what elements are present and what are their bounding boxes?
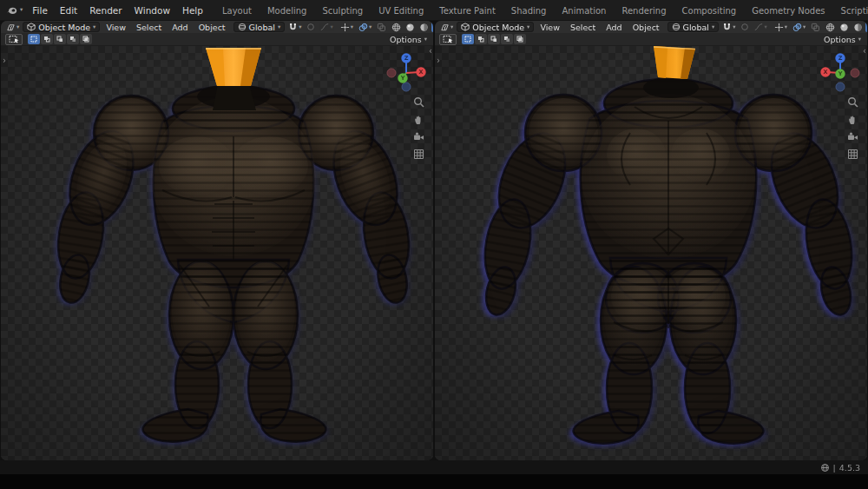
menu-edit[interactable]: Edit [54,5,83,16]
model-back[interactable] [435,46,867,460]
tab-rendering[interactable]: Rendering [614,3,674,20]
shading-rendered-button[interactable] [865,22,867,32]
box-select-icon [443,35,454,44]
blender-menu-button[interactable]: ▾ [0,4,26,17]
tab-compositing[interactable]: Compositing [674,3,745,20]
select-mode-extend-button[interactable] [41,34,53,44]
blender-version: 4.5.3 [839,463,860,472]
menu-help[interactable]: Help [176,5,209,16]
tab-layout[interactable]: Layout [214,3,260,20]
solid-sphere-icon [839,23,849,32]
shading-wireframe-button[interactable] [390,22,403,32]
shading-wireframe-button[interactable] [824,22,837,32]
select-mode-intersect-button[interactable] [80,34,92,44]
network-globe-icon[interactable] [820,463,830,472]
navigation-gizmo[interactable]: Z X Y [819,50,861,92]
orthographic-grid-icon[interactable] [847,149,858,160]
menu-render[interactable]: Render [83,5,128,16]
chevron-down-icon: ▾ [424,36,427,43]
falloff-dropdown[interactable]: ▾ [753,23,768,31]
viewport-canvas-front[interactable]: › ‹ [1,46,433,460]
xray-toggle[interactable] [375,23,388,32]
tab-animation[interactable]: Animation [554,3,614,20]
pan-hand-icon[interactable] [413,114,424,125]
menu-view[interactable]: View [536,23,564,32]
menu-object[interactable]: Object [194,23,230,32]
proportional-editing-toggle[interactable] [305,23,317,31]
magnet-icon [722,23,732,32]
snapping-toggle[interactable]: ▾ [720,23,737,32]
tab-scripting[interactable]: Scripting [833,3,868,20]
sidebar-expand-chevron[interactable]: ‹ [863,47,866,56]
menu-window[interactable]: Window [128,5,176,16]
select-extend-icon [477,36,484,43]
select-mode-subtract-button[interactable] [488,34,500,44]
editor-type-button[interactable]: ▾ [438,23,455,32]
mode-dropdown[interactable]: Object Mode ▾ [23,22,100,32]
options-dropdown[interactable]: Options ▾ [390,35,427,44]
menu-view[interactable]: View [102,23,130,32]
select-mode-invert-button[interactable] [501,34,513,44]
select-mode-set-button[interactable] [28,34,40,44]
tab-sculpting[interactable]: Sculpting [314,3,371,20]
show-gizmo-toggle[interactable]: ▾ [339,23,355,32]
menu-select[interactable]: Select [566,23,600,32]
3d-viewport-icon [440,23,450,32]
xray-toggle[interactable] [809,23,822,32]
select-mode-set-button[interactable] [462,34,474,44]
falloff-dropdown[interactable]: ▾ [319,23,334,31]
menu-file[interactable]: File [26,5,54,16]
snapping-toggle[interactable]: ▾ [286,23,303,32]
select-mode-intersect-button[interactable] [514,34,526,44]
navigation-gizmo[interactable]: Z X Y [385,50,427,92]
box-select-tool-button[interactable] [439,34,457,45]
menu-add[interactable]: Add [168,23,192,32]
toolbar-expand-chevron[interactable]: › [3,56,6,65]
zoom-icon[interactable] [413,96,424,108]
shading-material-button[interactable] [418,22,431,32]
select-mode-extend-button[interactable] [475,34,487,44]
options-dropdown[interactable]: Options ▾ [824,35,861,44]
workspace-area: ▾ Object Mode ▾ View Select Add Object G… [0,21,868,460]
show-gizmo-toggle[interactable]: ▾ [773,23,789,32]
tab-geometry-nodes[interactable]: Geometry Nodes [744,3,832,20]
select-mode-subtract-button[interactable] [54,34,66,44]
tab-shading[interactable]: Shading [503,3,555,20]
camera-view-icon[interactable] [847,131,858,142]
gizmo-axis-negx[interactable] [851,69,859,77]
shading-material-button[interactable] [852,22,865,32]
camera-view-icon[interactable] [413,131,424,142]
shading-solid-button[interactable] [404,22,417,32]
main-menus: File Edit Render Window Help [26,5,209,16]
select-mode-invert-button[interactable] [67,34,79,44]
shading-solid-button[interactable] [838,22,851,32]
gizmo-axis-negz[interactable] [836,83,845,91]
pan-hand-icon[interactable] [847,114,858,125]
proportional-editing-toggle[interactable] [739,23,751,31]
mode-dropdown[interactable]: Object Mode ▾ [457,22,534,32]
model-front[interactable] [1,46,433,460]
sidebar-expand-chevron[interactable]: ‹ [429,47,432,56]
transform-orientation-dropdown[interactable]: Global ▾ [667,22,720,32]
gizmo-axis-negx[interactable] [387,69,396,77]
gizmo-axis-negz[interactable] [402,83,411,91]
orthographic-grid-icon[interactable] [413,149,424,160]
status-divider: | [833,463,836,472]
workspace-tabs: Layout Modeling Sculpting UV Editing Tex… [214,0,868,20]
shading-rendered-button[interactable] [431,22,433,32]
tab-modeling[interactable]: Modeling [260,3,315,20]
tab-texture-paint[interactable]: Texture Paint [431,3,503,20]
show-overlays-toggle[interactable]: ▾ [357,23,373,32]
transform-orientation-dropdown[interactable]: Global ▾ [233,22,286,32]
viewport-header: ▾ Object Mode ▾ View Select Add Object G… [435,21,867,33]
tab-uv-editing[interactable]: UV Editing [371,3,431,20]
editor-type-button[interactable]: ▾ [4,23,21,32]
menu-select[interactable]: Select [132,23,166,32]
toolbar-expand-chevron[interactable]: › [437,56,440,65]
box-select-tool-button[interactable] [5,34,23,45]
zoom-icon[interactable] [847,96,858,108]
show-overlays-toggle[interactable]: ▾ [791,23,807,32]
menu-add[interactable]: Add [602,23,626,32]
menu-object[interactable]: Object [628,23,664,32]
viewport-canvas-back[interactable]: › ‹ [435,46,867,460]
